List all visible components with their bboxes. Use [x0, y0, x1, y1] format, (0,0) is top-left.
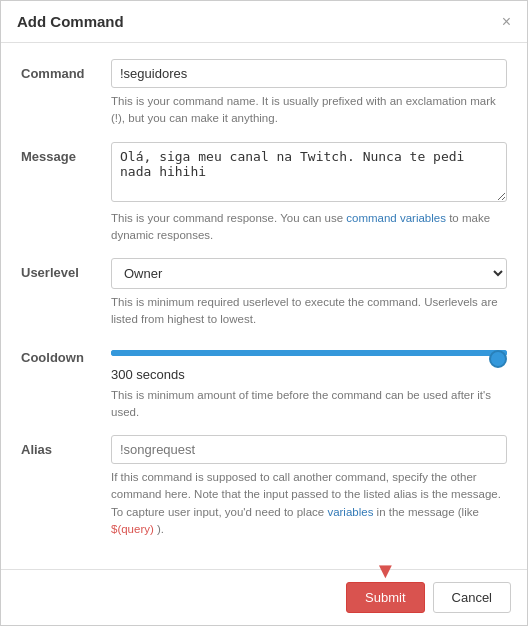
submit-wrapper: ▼ Submit: [346, 582, 424, 613]
modal-title: Add Command: [17, 13, 124, 30]
userlevel-label: Userlevel: [21, 258, 111, 280]
message-label: Message: [21, 142, 111, 164]
command-content: This is your command name. It is usually…: [111, 59, 507, 128]
modal-header: Add Command ×: [1, 1, 527, 43]
message-content: Olá, siga meu canal na <a href="#" style…: [111, 142, 507, 245]
query-code: $(query): [111, 523, 154, 535]
close-button[interactable]: ×: [502, 14, 511, 30]
message-input[interactable]: Olá, siga meu canal na <a href="#" style…: [111, 142, 507, 202]
alias-content: If this command is supposed to call anot…: [111, 435, 507, 538]
alias-help: If this command is supposed to call anot…: [111, 469, 507, 538]
command-label: Command: [21, 59, 111, 81]
command-row: Command This is your command name. It is…: [21, 59, 507, 128]
command-input[interactable]: [111, 59, 507, 88]
cooldown-row: Cooldown 300 seconds This is minimum amo…: [21, 343, 507, 422]
alias-label: Alias: [21, 435, 111, 457]
modal-body: Command This is your command name. It is…: [1, 43, 527, 569]
cancel-button[interactable]: Cancel: [433, 582, 511, 613]
userlevel-help: This is minimum required userlevel to ex…: [111, 294, 507, 329]
message-row: Message Olá, siga meu canal na <a href="…: [21, 142, 507, 245]
userlevel-content: Owner Editor Moderator Subscriber Viewer…: [111, 258, 507, 329]
cooldown-help: This is minimum amount of time before th…: [111, 387, 507, 422]
cooldown-slider[interactable]: [111, 350, 507, 356]
add-command-modal: Add Command × Command This is your comma…: [0, 0, 528, 626]
modal-footer: ▼ Submit Cancel: [1, 569, 527, 625]
alias-row: Alias If this command is supposed to cal…: [21, 435, 507, 538]
cooldown-content: 300 seconds This is minimum amount of ti…: [111, 343, 507, 422]
variables-link[interactable]: variables: [327, 506, 373, 518]
userlevel-row: Userlevel Owner Editor Moderator Subscri…: [21, 258, 507, 329]
slider-wrapper: [111, 343, 507, 363]
command-help: This is your command name. It is usually…: [111, 93, 507, 128]
cooldown-label: Cooldown: [21, 343, 111, 365]
cooldown-value: 300 seconds: [111, 367, 507, 382]
submit-button[interactable]: Submit: [346, 582, 424, 613]
message-help: This is your command response. You can u…: [111, 210, 507, 245]
alias-input[interactable]: [111, 435, 507, 464]
submit-arrow-icon: ▼: [374, 560, 396, 582]
command-variables-link[interactable]: command variables: [346, 212, 446, 224]
userlevel-select[interactable]: Owner Editor Moderator Subscriber Viewer: [111, 258, 507, 289]
